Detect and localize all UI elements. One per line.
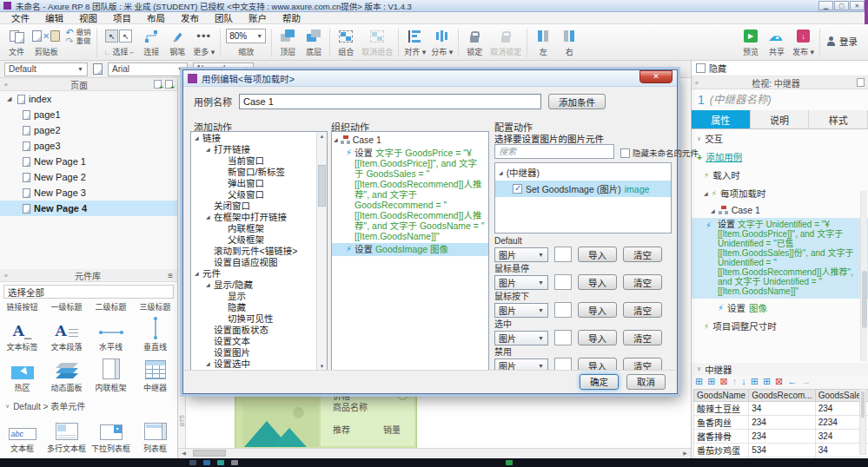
image-type-dropdown[interactable]: 图片▼ — [494, 331, 548, 345]
add-condition-button[interactable]: 添加条件 — [548, 94, 606, 109]
table-row[interactable]: 鱼香肉丝 234 2234 — [694, 416, 868, 430]
taskbar-app-icon[interactable] — [217, 460, 224, 465]
redo-button[interactable]: ↷重做 — [65, 36, 90, 45]
login-button[interactable]: 登录 — [826, 35, 858, 48]
widget-droplist[interactable]: 下拉列表框 — [89, 414, 133, 455]
selected-action-set-text[interactable]: ⚡ 设置 文字于 Unidentified = "¥[[Item.GoodsPr… — [692, 218, 868, 299]
bring-to-front-button[interactable]: 顶层 — [277, 28, 298, 57]
pen-button[interactable]: 钢笔 — [167, 28, 188, 57]
group-button[interactable]: 组合 — [335, 28, 356, 57]
scrollbar-thumb[interactable] — [861, 391, 865, 418]
edit-style-icon[interactable] — [93, 63, 103, 75]
clear-button[interactable]: 清空 — [623, 274, 662, 290]
notes-doc-icon[interactable] — [857, 78, 865, 87]
minimize-icon[interactable]: ▁ — [818, 1, 833, 10]
page-tree-item-index[interactable]: ◢ index — [0, 91, 177, 107]
widget-dynamic-panel[interactable]: 动态面板 — [44, 353, 89, 394]
widget-multiline-text[interactable]: 多行文本框 — [44, 414, 89, 455]
expand-icon[interactable]: ◢ — [711, 207, 715, 214]
hide-unnamed-checkbox[interactable] — [620, 148, 630, 158]
distribute-button[interactable]: 分布 ▾ — [431, 28, 453, 57]
widget-listbox[interactable]: 列表框 — [133, 414, 177, 455]
column-header[interactable]: GoodsName — [694, 390, 749, 402]
widget-label[interactable]: 一级标题 — [44, 301, 89, 312]
file-button[interactable]: 文件 — [6, 28, 27, 57]
table-scrollbar[interactable] — [859, 389, 866, 455]
case-name-input[interactable] — [239, 94, 541, 109]
move-column-left-icon[interactable]: ← — [787, 376, 797, 387]
table-row[interactable]: 酱香排骨 234 324 — [694, 430, 868, 444]
widget-filter-dropdown[interactable]: 选择全部 — [3, 285, 174, 299]
target-widget-item-selected[interactable]: Set GoodsImage (图片) image — [495, 181, 671, 197]
scrollbar-thumb[interactable] — [862, 271, 867, 328]
select-intersect-icon[interactable]: ↖ — [105, 30, 118, 43]
add-column-left-icon[interactable]: ⊞ — [751, 376, 759, 387]
menu-publish[interactable]: 发布 — [173, 11, 207, 24]
target-widget-checkbox[interactable] — [513, 184, 522, 194]
add-folder-icon[interactable] — [165, 80, 173, 89]
scroll-right-icon[interactable]: ▶ — [679, 449, 691, 457]
lock-button[interactable]: 锁定 — [464, 28, 485, 57]
preview-button[interactable]: ▶ 预览 — [740, 28, 761, 57]
event-onitemload[interactable]: ◢ ⚡ 每项加载时 — [692, 184, 868, 202]
action-set-image-selected[interactable]: ⚡ 设置 GoodsImage 图像 — [332, 243, 488, 256]
image-thumbnail[interactable] — [554, 247, 572, 262]
cancel-button[interactable]: 取消 — [626, 374, 666, 390]
repeater-section-header[interactable]: ∨ 中继器 — [692, 363, 868, 375]
delete-column-icon[interactable]: ⊠ — [775, 376, 783, 387]
goods-image-placeholder[interactable] — [242, 404, 319, 447]
widget-paragraph[interactable]: A文本段落 — [44, 312, 89, 353]
style-dropdown[interactable]: Default▼ — [4, 62, 88, 76]
delete-row-icon[interactable]: ⊠ — [719, 376, 727, 387]
column-header[interactable]: GoodsRecom... — [749, 390, 815, 402]
zoom-control[interactable]: 80%▼ 缩放 — [226, 28, 266, 57]
dialog-title-bar[interactable]: 用例编辑<每项加载时> ✕ — [183, 70, 677, 87]
expand-icon[interactable]: ◢ — [334, 135, 338, 145]
repeater-root-node[interactable]: ◢ (中继器) — [495, 163, 671, 181]
align-button[interactable]: 对齐 ▾ — [404, 28, 426, 57]
event-onitemresize[interactable]: ⚡ 项目调整尺寸时 — [692, 317, 868, 335]
add-column-right-icon[interactable]: ⊞ — [763, 376, 771, 387]
move-row-down-icon[interactable]: ↓ — [741, 376, 746, 387]
scrollbar-thumb[interactable] — [193, 450, 226, 457]
import-button[interactable]: 导入 — [578, 302, 617, 318]
widget-text-field[interactable]: abc文本框 — [0, 414, 44, 455]
table-row[interactable]: 番茄炒鸡蛋 534 34 — [694, 444, 868, 457]
menu-help[interactable]: 帮助 — [275, 11, 308, 24]
widget-section-header[interactable]: ∨ Default > 表单元件 — [0, 396, 177, 414]
widget-horizontal-line[interactable]: 水平线 — [89, 312, 133, 353]
taskbar-app-icon[interactable] — [189, 460, 196, 465]
page-tree-item[interactable]: New Page 3 — [0, 185, 177, 201]
import-button[interactable]: 导入 — [578, 330, 617, 345]
image-thumbnail[interactable] — [554, 274, 572, 290]
zoom-dropdown[interactable]: 80%▼ — [226, 29, 266, 43]
widget-hot-area[interactable]: 热区 — [0, 353, 44, 394]
publish-button[interactable]: ↓ 发布 ▾ — [792, 28, 814, 57]
horizontal-scrollbar[interactable]: ◀ ▶ — [178, 448, 691, 457]
image-type-dropdown[interactable]: 图片▼ — [494, 247, 548, 262]
image-thumbnail[interactable] — [554, 302, 572, 318]
font-dropdown[interactable]: Arial▼ — [108, 62, 188, 76]
taskbar-app-icon[interactable] — [203, 460, 210, 465]
image-thumbnail[interactable] — [554, 330, 572, 345]
case-node[interactable]: ◢ Case 1 — [692, 202, 868, 218]
dialog-close-icon[interactable]: ✕ — [639, 70, 673, 83]
import-button[interactable]: 导入 — [578, 247, 617, 262]
action-category[interactable]: ◢链接 — [191, 132, 327, 143]
scroll-left-icon[interactable]: ◀ — [178, 449, 189, 457]
align-left-button[interactable]: 左 — [533, 28, 553, 57]
align-right-button[interactable]: 右 — [559, 28, 580, 57]
expand-icon[interactable]: ◢ — [7, 95, 14, 102]
tab-notes[interactable]: 说明 — [751, 110, 810, 128]
menu-edit[interactable]: 编辑 — [37, 11, 71, 24]
import-button[interactable]: 导入 — [578, 274, 617, 290]
page-tree-item[interactable]: page3 — [0, 138, 177, 154]
interaction-section-header[interactable]: ∨ 交互 — [692, 129, 868, 148]
image-type-dropdown[interactable]: 图片▼ — [494, 275, 548, 290]
taskbar-app-icon[interactable] — [231, 460, 238, 465]
table-row[interactable]: 酸辣土豆丝 34 234 — [694, 402, 868, 416]
actions-scrollbar[interactable]: ▲ ▼ — [316, 132, 327, 371]
case-node[interactable]: ◢ Case 1 — [332, 132, 488, 147]
page-tree-item-selected[interactable]: New Page 4 — [0, 201, 177, 216]
menu-view[interactable]: 视图 — [71, 11, 105, 24]
